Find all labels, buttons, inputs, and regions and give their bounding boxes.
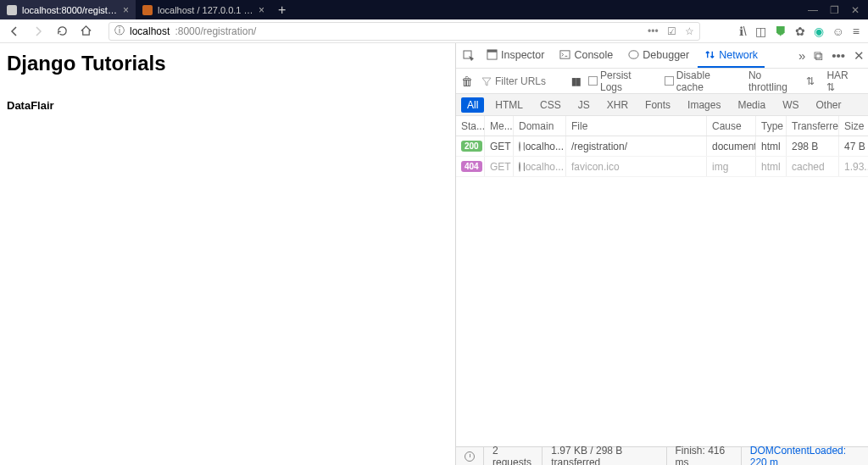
menu-icon[interactable]: ≡ [853,25,860,38]
filter-ws[interactable]: WS [776,97,804,113]
browser-tabstrip: localhost:8000/registration/ × localhost… [0,0,868,19]
tab-label: Network [719,49,758,61]
toolbar-extensions: ℹ︎\ ◫ ⛊ ✿ ◉ ☺ ≡ [739,25,860,38]
tab-favicon [142,5,153,15]
tab-0[interactable]: localhost:8000/registration/ × [0,0,136,19]
bookmark-icon[interactable]: ☆ [685,25,694,37]
svg-rect-4 [629,51,638,58]
col-file[interactable]: File [566,116,707,136]
table-row[interactable]: 404 GET localho... favicon.ico img html … [456,157,868,177]
close-window-icon[interactable]: ✕ [851,4,860,16]
page-content: Django Tutorials DataFlair [0,43,455,465]
devtools-panel: Inspector Console Debugger Network » ⧉ •… [455,43,868,465]
globe-icon [519,162,520,172]
filter-fonts[interactable]: Fonts [639,97,676,113]
tab-label: Inspector [501,49,544,61]
clock-icon [465,451,475,462]
close-icon[interactable]: × [123,4,129,16]
har-menu[interactable]: HAR ⇅ [823,69,863,93]
col-status[interactable]: Sta... [456,116,485,136]
filter-xhr[interactable]: XHR [601,97,634,113]
throttle-select[interactable]: No throttling ⇅ [748,69,815,93]
filter-other[interactable]: Other [810,97,847,113]
table-row[interactable]: 200 GET localho... /registration/ docume… [456,136,868,157]
tab-console[interactable]: Console [553,44,620,68]
tab-favicon [7,5,17,15]
filter-input[interactable] [495,75,563,87]
disable-cache-checkbox[interactable]: Disable cache [665,69,740,93]
library-icon[interactable]: ℹ︎\ [739,25,747,38]
status-transfer: 1.97 KB / 298 B transferred [542,447,666,465]
tab-label: Console [574,49,613,61]
addon2-icon[interactable]: ◉ [814,25,824,38]
network-table: Sta... Me... Domain File Cause Type Tran… [456,116,868,446]
col-transferred[interactable]: Transferred [787,116,839,136]
page-subtitle: DataFlair [7,99,448,112]
tab-label: localhost / 127.0.0.1 / myproje [158,5,253,15]
forward-button[interactable] [29,22,47,41]
window-controls: — ❐ ✕ [799,0,868,19]
responsive-icon[interactable]: ⧉ [814,48,823,64]
status-badge: 200 [461,141,482,152]
address-bar: ⓘ localhost:8000/registration/ ••• ☑ ☆ ℹ… [0,19,868,43]
page-title: Django Tutorials [7,52,448,75]
col-domain[interactable]: Domain [514,116,566,136]
filter-css[interactable]: CSS [534,97,567,113]
filter-all[interactable]: All [461,97,484,113]
minimize-icon[interactable]: — [808,4,818,16]
shield-icon[interactable]: ⛊ [775,25,787,38]
account-icon[interactable]: ☺ [832,25,844,38]
svg-rect-2 [487,50,497,53]
url-actions: ••• ☑ ☆ [648,25,694,37]
filter-html[interactable]: HTML [489,97,529,113]
filter-media[interactable]: Media [732,97,771,113]
stopwatch[interactable] [456,447,484,465]
clear-icon[interactable]: 🗑 [461,75,473,88]
status-badge: 404 [461,161,482,172]
status-finish: Finish: 416 ms [667,447,742,465]
label: Disable cache [676,69,740,93]
svg-rect-3 [560,51,570,58]
devtools-statusbar: 2 requests 1.97 KB / 298 B transferred F… [456,446,868,465]
new-tab-button[interactable]: + [271,0,292,19]
tab-debugger[interactable]: Debugger [621,44,696,68]
col-size[interactable]: Size [839,116,868,136]
close-icon[interactable]: × [259,4,264,16]
back-button[interactable] [5,22,24,41]
tab-label: Debugger [643,49,689,61]
maximize-icon[interactable]: ❐ [830,4,839,16]
status-domcontentloaded: DOMContentLoaded: 220 m [742,447,868,465]
tab-network[interactable]: Network [698,44,765,68]
tab-label: localhost:8000/registration/ [22,5,118,15]
info-icon[interactable]: ⓘ [114,24,125,38]
filter-js[interactable]: JS [572,97,596,113]
globe-icon [519,141,520,152]
tab-inspector[interactable]: Inspector [480,44,551,68]
filter-images[interactable]: Images [682,97,726,113]
table-header: Sta... Me... Domain File Cause Type Tran… [456,116,868,136]
filter-pills: All HTML CSS JS XHR Fonts Images Media W… [456,94,868,116]
persist-logs-checkbox[interactable]: Persist Logs [588,69,656,93]
filter-box[interactable] [481,75,563,87]
devtools-close-icon[interactable]: ✕ [854,48,865,64]
reader-icon[interactable]: ☑ [667,25,676,37]
status-requests: 2 requests [484,447,542,465]
more-icon[interactable]: ••• [648,25,659,37]
col-cause[interactable]: Cause [707,116,756,136]
url-host: localhost [130,25,170,37]
home-button[interactable] [76,22,95,41]
sidebar-icon[interactable]: ◫ [755,25,766,38]
col-type[interactable]: Type [756,116,787,136]
url-input[interactable]: ⓘ localhost:8000/registration/ ••• ☑ ☆ [108,22,700,41]
pick-element-icon[interactable] [459,50,478,62]
tab-1[interactable]: localhost / 127.0.0.1 / myproje × [136,0,271,19]
kebab-icon[interactable]: ••• [832,48,845,63]
addon-icon[interactable]: ✿ [795,25,805,38]
network-toolbar: 🗑 ▮▮ Persist Logs Disable cache No throt… [456,69,868,94]
url-path: :8000/registration/ [175,25,256,37]
reload-button[interactable] [53,22,71,41]
col-method[interactable]: Me... [485,116,514,136]
label: Persist Logs [600,69,656,93]
overflow-icon[interactable]: » [798,48,805,63]
pause-icon[interactable]: ▮▮ [571,75,580,87]
